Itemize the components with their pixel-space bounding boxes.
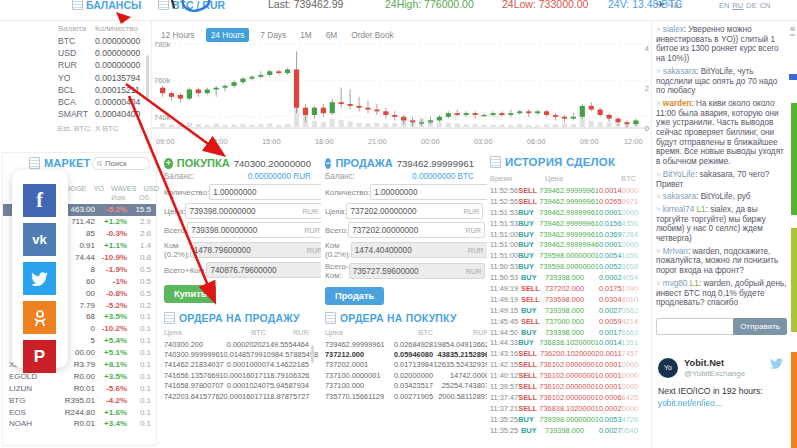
pinterest-icon[interactable]: P — [23, 340, 56, 373]
history-icon — [490, 156, 501, 168]
chat-username[interactable]: MrIvan — [663, 247, 688, 256]
col-currency: Валюта — [58, 24, 95, 33]
chat-scrollbar[interactable] — [790, 34, 795, 36]
order-price: 741462.21834037 — [164, 360, 224, 369]
market-search[interactable] — [92, 157, 150, 170]
sell-panel: −ПРОДАЖА739462.99999961Баланс:0.00000000… — [321, 152, 478, 306]
order-btc: 0.03423517 — [389, 381, 433, 390]
order-row[interactable]: 739462.999999610.0268492819854.04913662 — [321, 339, 495, 349]
message-arrow-icon: » — [656, 67, 663, 76]
banner-fragment[interactable] — [789, 74, 797, 80]
amount-strong: 0.0053 — [599, 415, 622, 424]
order-row[interactable]: 737212.0000.0594608043835.2152896 — [321, 349, 495, 359]
sell-button[interactable]: Продать — [325, 287, 384, 305]
sell-input[interactable] — [374, 188, 484, 197]
facebook-icon[interactable]: f — [23, 184, 56, 217]
order-row[interactable]: 741658.978007070.0001024075.94587934 — [160, 381, 315, 391]
chat-message: » kirreal74 L1: sialex, да вы торгуйте т… — [656, 205, 787, 244]
order-row[interactable]: 737100.00000010.0200000014742.0000 — [321, 370, 495, 380]
chat-username[interactable]: warden — [663, 99, 692, 108]
buy-input[interactable] — [189, 207, 299, 216]
pair-link[interactable]: BTC / RUR — [158, 0, 225, 11]
coin-change: -1% — [95, 277, 127, 286]
buy-field-row: Всего:RUR — [160, 219, 315, 238]
twitter-bird-icon[interactable] — [770, 358, 783, 369]
balance-row[interactable]: BTC0.00000000 — [55, 35, 150, 47]
market-row[interactable]: BTGR395.01-4.2%0.1 — [3, 394, 156, 406]
trade-time: 11:51:00 — [490, 230, 518, 239]
balances-scrollbar[interactable] — [146, 55, 149, 100]
edge-banner-green[interactable] — [791, 103, 797, 215]
sell-input[interactable] — [350, 207, 460, 216]
trade-price: 736200.10200002 — [540, 349, 600, 358]
trade-time: 11:50:53 — [490, 262, 518, 271]
balance-row[interactable]: RUR0.00000000 — [55, 59, 150, 71]
amount-faded: 1656 — [622, 251, 638, 260]
sell-orders-scrollbar[interactable] — [311, 345, 314, 363]
chat-username[interactable]: sialex — [663, 25, 684, 34]
field-label: Количество: — [164, 188, 209, 197]
chat-message: » sialex: Уверенно можно инвестировать в… — [656, 25, 787, 64]
search-input[interactable] — [105, 159, 145, 168]
avatar[interactable]: Yo — [658, 358, 678, 378]
sell-orders-panel: ОРДЕРА НА ПРОДАЖУЦенаBTCRUR740300.2000.0… — [160, 308, 315, 426]
balance-row[interactable]: BCL0.00015211 — [55, 84, 150, 96]
balance-row[interactable]: BCA0.00000404 — [55, 96, 150, 108]
buy-button[interactable]: Купить — [164, 285, 216, 303]
balance-row[interactable]: USD0.00000000 — [55, 47, 150, 59]
twitter-icon[interactable] — [23, 262, 56, 295]
balance-row[interactable]: YO0.00135794 — [55, 72, 150, 84]
market-row[interactable]: EOSR244.80+1.6%0.1 — [3, 406, 156, 418]
balance-value: 0.00000000 RUR — [248, 172, 311, 181]
sell-input — [353, 267, 463, 276]
edge-banner-lime[interactable] — [791, 228, 797, 332]
amount-faded: 4054 — [622, 273, 638, 282]
chat-username[interactable]: sakasara — [663, 192, 696, 201]
balances-link[interactable]: БАЛАНСЫ — [72, 0, 141, 11]
amount-strong: 0.0175 — [599, 284, 622, 293]
coin-name: EGOLD — [9, 372, 41, 381]
chat-scrollbar[interactable] — [790, 27, 795, 31]
trade-time: 11:51:00 — [490, 251, 518, 260]
vk-icon[interactable]: vk — [23, 223, 56, 256]
lang-link-de[interactable]: DE — [746, 1, 756, 10]
order-row[interactable]: 740300.999999610.0148579910984.57885498 — [160, 349, 315, 359]
buy-input[interactable] — [191, 226, 301, 235]
chat-username[interactable]: BitYoLife — [663, 170, 695, 179]
trade-time: 11:45:45 — [490, 317, 521, 326]
edge-banner-orange[interactable] — [791, 352, 797, 448]
coin-volume: 0.1 — [127, 408, 151, 417]
order-row[interactable]: 737202.00010.0171398412635.52432939 — [321, 360, 495, 370]
order-row[interactable]: 735770.156611290.002719052000.58112893 — [321, 391, 495, 401]
market-row[interactable]: NOAHR0.01+3.4%0.1 — [3, 418, 156, 430]
market-row[interactable]: LIZUNR0.01-5.6%0.1 — [3, 382, 156, 394]
trade-price: 737202.000 — [545, 284, 599, 293]
order-row[interactable]: 742203.641577620.00016017118.87875727 — [160, 391, 315, 401]
order-row[interactable]: 741656.135766910.00016017118.79106326 — [160, 370, 315, 380]
send-button[interactable]: Отправить — [733, 318, 787, 335]
chat-username[interactable]: kirreal74 — [663, 205, 694, 214]
twitter-handle[interactable]: @YobitExchange — [684, 369, 745, 378]
order-row[interactable]: 737100.0000.0342351725254.743807 — [321, 381, 495, 391]
trade-row: 11:43:16SELL736200.102000020.00117457 — [487, 348, 640, 359]
lang-link-en[interactable]: EN — [719, 1, 729, 10]
balance-row[interactable]: SMART0.00040400 — [55, 108, 150, 120]
buy-best-price: 740300.20000000 — [234, 158, 311, 169]
chat-username[interactable]: sakasara — [663, 67, 696, 76]
sell-field-row: Всего-Ком:RUR — [321, 259, 478, 280]
order-row[interactable]: 740300.2000.00020202149.5554464 — [160, 339, 315, 349]
lang-link-ru[interactable]: RU — [732, 1, 743, 10]
trade-price: 736102.00000001 — [539, 382, 599, 391]
lang-link-cn[interactable]: CN — [760, 1, 771, 10]
chat-username[interactable]: mvg80 — [663, 279, 688, 288]
sell-input[interactable] — [352, 226, 462, 235]
balance-currency: USD — [58, 48, 95, 58]
coin-change: -4.2% — [95, 396, 127, 405]
odnoklassniki-icon[interactable] — [23, 301, 56, 334]
twitter-link[interactable]: yobit.net/en/ieo… — [658, 398, 723, 408]
order-price: 735770.15661129 — [325, 392, 389, 401]
balance-amount: 0.00000000 — [95, 36, 140, 46]
candlestick-chart[interactable]: 780k760k740k420 — [152, 40, 650, 136]
buy-input[interactable] — [213, 188, 323, 197]
order-row[interactable]: 741462.218340370.0001000074.14622185 — [160, 360, 315, 370]
